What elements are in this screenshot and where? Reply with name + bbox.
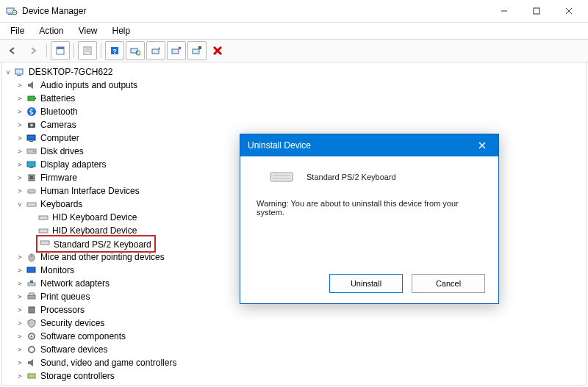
- svg-rect-41: [40, 241, 49, 245]
- svg-rect-23: [35, 98, 36, 99]
- disk-icon: [26, 145, 37, 157]
- svg-rect-36: [27, 203, 36, 206]
- disable-button[interactable]: [167, 41, 186, 60]
- uninstall-dialog: Uninstall Device Standard PS/2 Keyboard …: [240, 134, 499, 304]
- speaker-icon: [26, 357, 37, 369]
- gear-icon: [26, 344, 37, 355]
- forward-button[interactable]: [24, 41, 43, 60]
- dialog-device-row: Standard PS/2 Keyboard: [268, 170, 485, 184]
- show-hidden-button[interactable]: [51, 41, 70, 60]
- close-button[interactable]: [553, 0, 585, 22]
- svg-rect-48: [29, 293, 34, 295]
- svg-rect-46: [30, 281, 33, 283]
- bluetooth-icon: [26, 106, 37, 117]
- dialog-title: Uninstall Device: [248, 140, 311, 151]
- svg-rect-45: [28, 283, 35, 286]
- svg-rect-8: [57, 47, 64, 49]
- hid-icon: [26, 185, 37, 197]
- svg-rect-32: [29, 167, 33, 168]
- svg-rect-4: [534, 8, 539, 14]
- svg-rect-47: [28, 295, 35, 299]
- dialog-titlebar: Uninstall Device: [240, 134, 498, 156]
- camera-icon: [26, 119, 37, 131]
- svg-rect-20: [15, 69, 23, 74]
- add-legacy-button[interactable]: [187, 41, 207, 60]
- svg-rect-18: [193, 49, 199, 54]
- tree-root[interactable]: vDESKTOP-7GCH622: [4, 65, 584, 79]
- svg-rect-16: [152, 49, 159, 54]
- tree-item-processors[interactable]: >Processors: [4, 303, 584, 317]
- tree-item-sound[interactable]: >Sound, video and game controllers: [4, 356, 584, 369]
- back-button[interactable]: [3, 41, 22, 60]
- shield-icon: [26, 317, 37, 329]
- gear-icon: [26, 330, 37, 342]
- svg-rect-31: [27, 162, 35, 167]
- menu-view[interactable]: View: [73, 24, 104, 37]
- maximize-button[interactable]: [520, 0, 553, 22]
- chip-icon: [26, 172, 37, 184]
- svg-point-51: [31, 336, 33, 338]
- tree-item-audio[interactable]: >Audio inputs and outputs: [4, 79, 584, 92]
- tree-item-cameras[interactable]: >Cameras: [4, 118, 584, 131]
- svg-rect-29: [27, 149, 36, 153]
- controller-icon: [26, 370, 37, 382]
- speaker-icon: [26, 79, 37, 91]
- menu-file[interactable]: File: [4, 24, 30, 37]
- titlebar: Device Manager: [0, 0, 588, 23]
- monitor-icon: [26, 132, 37, 144]
- toolbar: ?: [0, 39, 588, 62]
- svg-point-30: [33, 151, 35, 152]
- svg-rect-19: [198, 46, 201, 49]
- svg-rect-49: [29, 307, 35, 313]
- minimize-button[interactable]: [488, 0, 520, 22]
- keyboard-icon: [39, 236, 51, 248]
- svg-rect-39: [39, 216, 48, 220]
- menubar: File Action View Help: [0, 23, 588, 39]
- svg-rect-40: [39, 229, 48, 233]
- svg-rect-44: [27, 267, 35, 272]
- tree-item-batteries[interactable]: >Batteries: [4, 92, 584, 105]
- keyboard-icon: [26, 198, 37, 210]
- tree-item-security[interactable]: >Security devices: [4, 317, 584, 330]
- app-icon: [6, 5, 18, 17]
- svg-rect-53: [28, 374, 35, 378]
- svg-rect-9: [84, 47, 91, 54]
- window-title: Device Manager: [22, 6, 86, 16]
- svg-rect-56: [270, 173, 293, 181]
- cpu-icon: [26, 304, 37, 316]
- svg-point-52: [29, 347, 35, 352]
- scan-button[interactable]: [126, 41, 145, 60]
- tree-item-swcomp[interactable]: >Software components: [4, 330, 584, 343]
- svg-rect-28: [29, 141, 33, 142]
- network-icon: [26, 278, 37, 289]
- tree-item-storage[interactable]: >Storage controllers: [4, 369, 584, 383]
- help-button[interactable]: ?: [105, 41, 124, 60]
- dialog-close-button[interactable]: [473, 137, 491, 154]
- battery-icon: [26, 93, 37, 104]
- menu-help[interactable]: Help: [107, 24, 137, 37]
- uninstall-confirm-button[interactable]: Uninstall: [329, 274, 403, 293]
- tree-item-bluetooth[interactable]: >Bluetooth: [4, 105, 584, 118]
- dialog-device-name: Standard PS/2 Keyboard: [306, 173, 396, 181]
- properties-button[interactable]: [78, 41, 97, 60]
- svg-point-26: [30, 124, 33, 127]
- monitor-icon: [26, 264, 37, 276]
- svg-text:?: ?: [112, 48, 117, 55]
- keyboard-icon: [270, 170, 293, 184]
- cancel-button[interactable]: Cancel: [412, 274, 485, 293]
- svg-rect-21: [17, 75, 21, 76]
- menu-action[interactable]: Action: [33, 24, 69, 37]
- svg-point-24: [27, 107, 36, 116]
- tree-item-swdev[interactable]: >Software devices: [4, 343, 584, 356]
- svg-rect-27: [27, 135, 35, 140]
- mouse-icon: [26, 251, 37, 263]
- printer-icon: [26, 291, 37, 303]
- svg-rect-35: [28, 189, 35, 193]
- uninstall-button[interactable]: [208, 41, 227, 60]
- keyboard-icon: [37, 211, 49, 223]
- svg-rect-1: [8, 14, 12, 15]
- dialog-warning-text: Warning: You are about to uninstall this…: [257, 199, 482, 217]
- svg-rect-34: [30, 176, 33, 179]
- svg-rect-22: [28, 96, 35, 101]
- update-driver-button[interactable]: [146, 41, 165, 60]
